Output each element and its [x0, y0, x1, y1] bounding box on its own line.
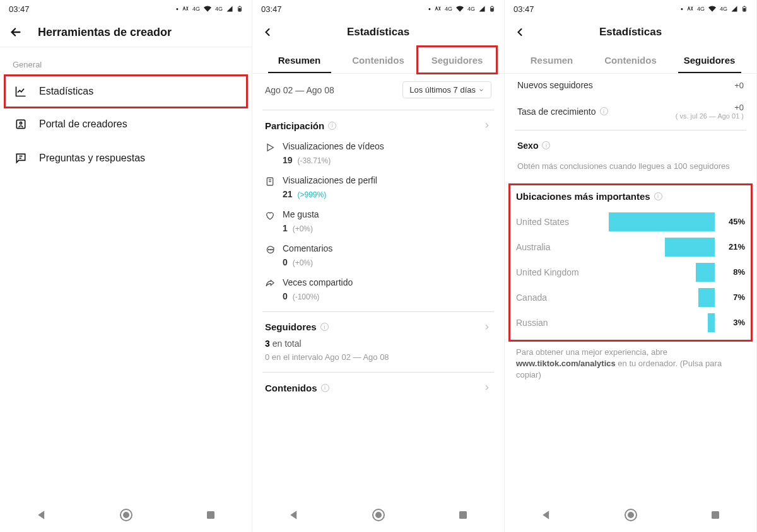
location-pct: 7%: [720, 292, 745, 302]
contents-section-header[interactable]: Contenidos i: [252, 376, 504, 400]
status-time: 03:47: [261, 4, 282, 14]
location-pct: 8%: [720, 267, 745, 277]
info-icon: i: [654, 192, 662, 200]
participation-section-header[interactable]: Participación i: [252, 114, 504, 137]
section-label-general: General: [0, 47, 252, 76]
gender-label: Sexo: [517, 141, 538, 151]
nav-recent-icon[interactable]: [457, 509, 469, 521]
participation-title: Participación: [265, 120, 324, 131]
back-chevron-icon[interactable]: [513, 26, 531, 38]
phone-creator-tools: 03:47 • 4G 4G Herramientas de creador Ge…: [0, 0, 252, 532]
nav-recent-icon[interactable]: [205, 509, 216, 521]
metric-value: 19: [283, 155, 293, 165]
nav-home-icon[interactable]: [371, 507, 386, 523]
menu-item-estadísticas[interactable]: Estadísticas: [5, 76, 247, 107]
tab-contenidos[interactable]: Contenidos: [339, 47, 418, 73]
tabs: ResumenContenidosSeguidores: [252, 47, 504, 73]
metric-delta: (+0%): [293, 258, 313, 267]
share-icon: [265, 279, 276, 289]
nav-home-icon[interactable]: [119, 507, 134, 523]
gender-row: Sexo i: [505, 134, 756, 157]
svg-rect-9: [207, 511, 214, 519]
date-range-dropdown[interactable]: Los últimos 7 días: [402, 81, 491, 98]
nav-back-icon[interactable]: [288, 509, 300, 521]
bar-fill: [665, 238, 715, 257]
profile-icon: [265, 176, 276, 187]
analytics-link-note[interactable]: Para obtener una mejor experiencia, abre…: [505, 340, 756, 381]
android-navbar: [505, 498, 756, 532]
nav-home-icon[interactable]: [623, 507, 638, 523]
location-pct: 21%: [720, 242, 745, 252]
info-icon: i: [328, 122, 336, 130]
location-name: Australia: [516, 242, 592, 252]
followers-section-header[interactable]: Seguidores i: [252, 315, 504, 338]
bar-track: [597, 313, 715, 332]
contents-title: Contenidos: [265, 383, 317, 393]
nav-recent-icon[interactable]: [710, 509, 721, 521]
bar-track: [597, 212, 715, 231]
info-icon: i: [321, 384, 329, 392]
play-icon: [265, 142, 276, 153]
nav-back-icon[interactable]: [35, 509, 48, 521]
page-title: Herramientas de creador: [38, 26, 172, 39]
metric-profile: Visualizaciones de perfil21 (>999%): [252, 171, 504, 205]
tab-seguidores[interactable]: Seguidores: [418, 47, 496, 73]
page-title: Estadísticas: [279, 26, 478, 38]
status-time: 03:47: [9, 4, 30, 14]
menu-item-portal-de-creadores[interactable]: Portal de creadores: [0, 107, 252, 141]
tab-resumen[interactable]: Resumen: [260, 47, 339, 73]
tab-contenidos[interactable]: Contenidos: [591, 47, 670, 73]
location-name: United States: [516, 217, 592, 227]
android-navbar: [252, 498, 504, 532]
location-name: United Kingdom: [516, 267, 592, 277]
phone-stats-followers: 03:47 • 4G 4G Estadísticas ResumenConten…: [505, 0, 757, 532]
menu-item-label: Preguntas y respuestas: [39, 153, 145, 164]
metric-value: 0: [283, 291, 288, 301]
bar-fill: [708, 313, 715, 332]
svg-point-4: [20, 122, 21, 124]
stats-icon: [14, 84, 28, 98]
svg-point-20: [376, 512, 381, 518]
statusbar: 03:47 • 4G 4G: [0, 0, 252, 18]
back-arrow-icon[interactable]: [9, 25, 26, 39]
followers-total-suffix: en total: [273, 338, 302, 349]
svg-rect-23: [744, 8, 746, 11]
svg-rect-1: [239, 8, 241, 11]
header: Herramientas de creador: [0, 18, 252, 47]
followers-interval-note: 0 en el intervalo Ago 02 — Ago 08: [252, 351, 504, 368]
back-chevron-icon[interactable]: [261, 26, 279, 38]
stat-label: Nuevos seguidores: [517, 80, 593, 90]
statusbar: 03:47 • 4G 4G: [252, 0, 504, 18]
tab-resumen[interactable]: Resumen: [512, 47, 591, 73]
svg-rect-21: [459, 511, 467, 519]
metric-value: 21: [283, 189, 293, 199]
tab-seguidores[interactable]: Seguidores: [670, 47, 749, 73]
date-range-row: Ago 02 — Ago 08 Los últimos 7 días: [252, 74, 504, 106]
chevron-down-icon: [478, 87, 484, 93]
metric-delta: (>999%): [297, 190, 326, 199]
status-net: 4G: [192, 6, 200, 12]
status-icons: • 4G 4G: [681, 4, 748, 13]
info-icon: i: [542, 141, 550, 149]
portal-icon: [14, 117, 28, 131]
metric-delta: (-100%): [293, 292, 320, 301]
menu-item-preguntas-y-respuestas[interactable]: Preguntas y respuestas: [0, 141, 252, 175]
chevron-right-icon: [483, 121, 491, 130]
nav-back-icon[interactable]: [540, 509, 553, 521]
svg-point-17: [270, 249, 271, 250]
bar-track: [597, 288, 715, 307]
stat-label: Tasa de crecimiento: [517, 107, 596, 117]
location-bar-row: United Kingdom8%: [516, 260, 745, 285]
followers-title: Seguidores: [265, 321, 317, 332]
metric-heart: Me gusta1 (+0%): [252, 205, 504, 240]
location-pct: 3%: [720, 318, 745, 327]
stat-row-tasa-de-crecimiento: Tasa de crecimiento i+0( vs. jul 26 — Ag…: [505, 96, 756, 126]
location-bar-row: United States45%: [516, 209, 745, 234]
location-bar-row: Canada7%: [516, 285, 745, 310]
bar-fill: [698, 288, 715, 307]
android-navbar: [0, 498, 252, 532]
location-name: Russian: [516, 318, 592, 328]
stat-value: +0: [676, 103, 744, 112]
bar-fill: [609, 212, 715, 231]
locations-chart: United States45%Australia21%United Kingd…: [516, 209, 745, 335]
